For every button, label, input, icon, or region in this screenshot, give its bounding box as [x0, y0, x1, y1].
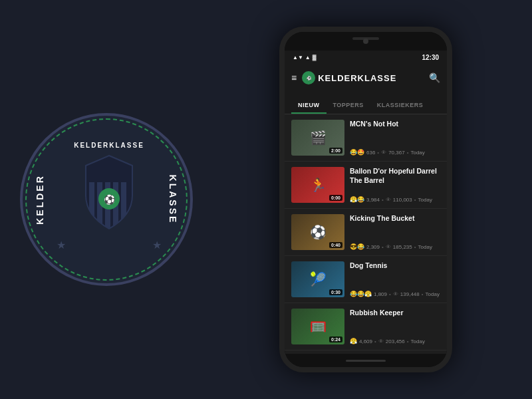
svg-rect-3 — [97, 182, 102, 235]
signal-icon: ▲▼ — [293, 55, 303, 61]
video-title: Dog Tennis — [350, 261, 440, 271]
comment-count: 3,984 — [366, 197, 380, 203]
comment-count: 1,809 — [374, 291, 387, 297]
app-logo-badge: ⚽ — [302, 71, 315, 84]
view-icon: 👁 — [381, 150, 386, 156]
video-duration: 2:00 — [329, 148, 342, 154]
svg-text:⚽: ⚽ — [104, 194, 116, 205]
video-title: Rubbish Keeper — [350, 309, 440, 318]
reaction-emojis: 😂😂😤 — [350, 291, 372, 297]
video-thumbnail: 🎬 2:00 — [291, 120, 344, 156]
reaction-emojis: 😂🤩 — [350, 149, 364, 156]
view-count: 70,367 — [388, 150, 404, 156]
search-icon[interactable]: 🔍 — [429, 72, 440, 83]
video-duration: 0:24 — [329, 336, 342, 342]
app-title: KELDERKLASSE — [318, 73, 396, 83]
comment-count: 4,609 — [359, 338, 372, 344]
video-time: Today — [418, 244, 432, 250]
dot-separator: • — [377, 150, 379, 156]
wifi-icon: ▲ — [305, 55, 311, 61]
video-meta: 😂😂😤 1,809 • 👁 139,448 • Today — [350, 291, 440, 297]
view-count: 139,448 — [400, 291, 420, 297]
video-meta: 😂🤩 636 • 👁 70,367 • Today — [350, 149, 440, 156]
video-duration: 0:40 — [329, 242, 342, 248]
list-item[interactable]: 🎾 0:30 Dog Tennis 😂😂😤 1,809 • 👁 139,448 … — [285, 256, 447, 303]
home-indicator — [346, 360, 386, 362]
video-thumbnail: 🏃 0:00 — [291, 167, 344, 203]
hamburger-icon[interactable]: ≡ — [291, 72, 297, 83]
svg-rect-6 — [121, 182, 126, 235]
list-item[interactable]: ⚽ 0:40 Kicking The Bucket 😎😂 2,309 • 👁 1… — [285, 209, 447, 256]
video-time: Today — [411, 338, 425, 344]
video-meta: 😤😂 3,984 • 👁 110,003 • Today — [350, 196, 440, 203]
dot-separator: • — [407, 150, 409, 156]
list-item[interactable]: 🎬 2:00 MCN's Not Hot 😂🤩 636 • 👁 70,367 •… — [285, 114, 447, 162]
status-bar: ▲▼ ▲ ▓ 12:30 — [285, 51, 447, 64]
svg-text:⚽: ⚽ — [307, 76, 312, 81]
video-thumbnail: ⚽ 0:40 — [291, 214, 344, 250]
tab-klassiekers[interactable]: KLASSIEKERS — [370, 98, 430, 114]
video-thumbnail: 🥅 0:24 — [291, 309, 344, 344]
video-title: Kicking The Bucket — [350, 214, 440, 223]
app-header: ≡ ⚽ KELDERKLASSE 🔍 — [285, 64, 447, 92]
svg-text:★: ★ — [152, 239, 162, 251]
video-info: MCN's Not Hot 😂🤩 636 • 👁 70,367 • Today — [350, 120, 440, 156]
status-icons: ▲▼ ▲ ▓ — [293, 55, 317, 61]
view-count: 185,235 — [393, 244, 412, 250]
video-meta: 😤 4,609 • 👁 203,456 • Today — [350, 338, 440, 344]
video-thumbnail: 🎾 0:30 — [291, 261, 344, 297]
video-duration: 0:30 — [329, 289, 342, 295]
status-time: 12:30 — [422, 54, 439, 61]
reaction-emojis: 😎😂 — [350, 243, 364, 250]
video-title: Ballon D'or Hopeful Darrel The Barrel — [350, 167, 440, 185]
list-item[interactable]: 🥅 0:24 Rubbish Keeper 😤 4,609 • 👁 203,45… — [285, 303, 447, 350]
reaction-emojis: 😤😂 — [350, 196, 364, 203]
svg-text:★: ★ — [57, 239, 66, 251]
phone-bottom-bar — [285, 354, 447, 367]
svg-rect-2 — [89, 182, 94, 235]
video-time: Today — [426, 291, 440, 297]
battery-icon: ▓ — [313, 55, 317, 61]
video-title: MCN's Not Hot — [350, 120, 440, 129]
kelderklasse-logo: ★ ★ ⚽ KELDERKLASSE KELDER KLASSE — [20, 113, 193, 286]
phone-frame: ▲▼ ▲ ▓ 12:30 ≡ ⚽ KELDERKLASSE 🔍 NIEUW TO… — [279, 27, 452, 372]
view-count: 110,003 — [393, 197, 412, 203]
video-meta: 😎😂 2,309 • 👁 185,235 • Today — [350, 243, 440, 250]
video-info: Ballon D'or Hopeful Darrel The Barrel 😤😂… — [350, 167, 440, 203]
video-info: Rubbish Keeper 😤 4,609 • 👁 203,456 • Tod… — [350, 309, 440, 344]
video-time: Today — [418, 197, 432, 203]
video-list: 🎬 2:00 MCN's Not Hot 😂🤩 636 • 👁 70,367 •… — [285, 114, 447, 354]
tab-nieuw[interactable]: NIEUW — [291, 98, 327, 114]
comment-count: 636 — [366, 150, 375, 156]
list-item[interactable]: 🏃 0:00 Ballon D'or Hopeful Darrel The Ba… — [285, 162, 447, 209]
tab-toppers[interactable]: TOPPERS — [327, 98, 370, 114]
svg-text:KELDERKLASSE: KELDERKLASSE — [74, 142, 144, 149]
video-info: Kicking The Bucket 😎😂 2,309 • 👁 185,235 … — [350, 214, 440, 250]
video-duration: 0:00 — [329, 195, 342, 201]
reaction-emojis: 😤 — [350, 338, 357, 344]
app-logo-small: ⚽ KELDERKLASSE — [302, 71, 396, 84]
video-info: Dog Tennis 😂😂😤 1,809 • 👁 139,448 • Today — [350, 261, 440, 297]
view-count: 203,456 — [386, 338, 405, 344]
app-tabs: NIEUW TOPPERS KLASSIEKERS — [285, 92, 447, 114]
comment-count: 2,309 — [366, 244, 380, 250]
video-time: Today — [410, 150, 424, 156]
phone-notch — [285, 32, 447, 51]
phone-camera — [363, 39, 368, 44]
